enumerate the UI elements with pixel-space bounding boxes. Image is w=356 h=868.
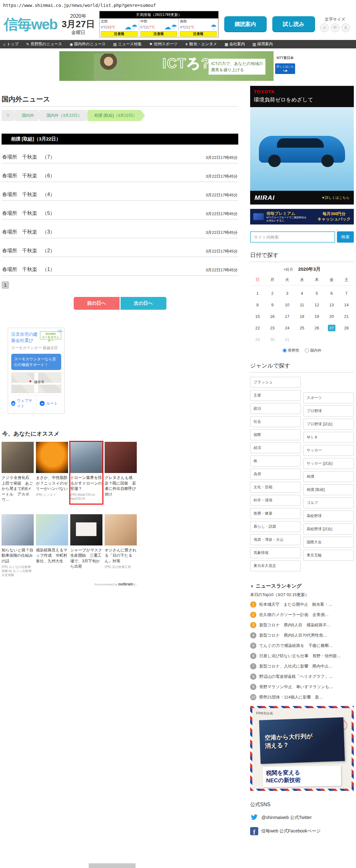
subscribe-button[interactable]: 購読案内 — [224, 16, 267, 32]
calendar-date[interactable]: 1 — [250, 287, 265, 299]
genre-button[interactable]: 為替 — [250, 469, 301, 479]
twitter-link[interactable]: @shinmaiweb 公式Twitter — [250, 813, 354, 822]
suumo-ad-title[interactable]: 注文住宅の建築会社選び — [11, 331, 40, 343]
genre-button[interactable]: 東日本大震災 — [250, 560, 301, 571]
search-input[interactable] — [250, 231, 335, 243]
calendar-date[interactable]: 18 — [295, 311, 309, 322]
recommend-card-title[interactable]: オジさんに愛される「目の下たるん」対策 — [105, 548, 137, 564]
calendar-date[interactable]: 20 — [324, 311, 339, 322]
ranking-item[interactable]: 4 新型コロナ 県内5人目70代男性危… — [250, 632, 354, 639]
calendar-area-radio[interactable]: 国内外 — [305, 348, 321, 353]
calendar-date[interactable]: 27 — [324, 322, 339, 334]
recommend-card[interactable]: 感染経路見えるマップ作成 市町村単位、九州大生 — [36, 514, 68, 577]
article-title[interactable]: 春場所 千秋楽 （5） — [2, 210, 55, 217]
calendar-date[interactable]: 25 — [295, 322, 309, 334]
calendar-date[interactable]: 19 — [309, 311, 324, 322]
nav-item[interactable]: ⚑ 信州スポーツ — [149, 41, 178, 47]
recommend-card[interactable]: まさか、中性脂肪が？ニッスイのゼリーがハンパない (PR) ニッスイ — [36, 442, 68, 504]
ranking-item-title[interactable]: 野辺山の電波望遠鏡「ヘリオグラフ」… — [259, 674, 333, 679]
calendar-date[interactable]: 8 — [250, 299, 265, 311]
genre-button[interactable]: プロ野球 [試合] — [303, 419, 354, 430]
calendar-date[interactable]: 24 — [280, 322, 295, 334]
recommend-card[interactable]: オジさんに愛される「目の下たるん」対策 (PR) 北の快適工房 — [105, 514, 137, 577]
article-row[interactable]: 春場所 千秋楽 （5） 3月22日17時45分 — [2, 201, 238, 219]
article-row[interactable]: 春場所 千秋楽 （4） 3月22日17時45分 — [2, 182, 238, 201]
font-size-option[interactable]: 中 — [331, 23, 339, 32]
suumo-map[interactable]: ● 越谷市 — [11, 372, 61, 393]
suumo-route-link[interactable]: ➦ ルート — [36, 395, 61, 411]
recommend-card[interactable]: クジラ全身化石、上田で発掘 あごから尾まで約8メートル アカボウ… — [2, 442, 34, 504]
url-bar[interactable]: https://www.shinmai.co.jp/news/world/lis… — [0, 0, 356, 9]
recommend-card-title[interactable]: クジラ全身化石、上田で発掘 あごから尾まで約8メートル アカボウ… — [2, 475, 34, 503]
calendar-date[interactable]: 22 — [250, 322, 265, 334]
recommend-card[interactable]: シャープがマスク生産開始 三重工場で、3月下旬から出荷 — [70, 514, 102, 577]
article-row[interactable]: 春場所 千秋楽 （3） 3月22日17時45分 — [2, 219, 238, 238]
article-row[interactable]: 春場所 千秋楽 （6） 3月22日17時45分 — [2, 163, 238, 182]
calendar-prev-month[interactable]: <前月 — [284, 267, 293, 272]
nav-item[interactable]: ▥ 採用案内 — [253, 41, 273, 47]
genre-button[interactable]: 社会 — [250, 416, 301, 427]
recommend-card-title[interactable]: 知らないと損？自動車保険の仕組みの話 — [2, 548, 34, 564]
facebook-label[interactable]: 信毎web 公式Facebookページ — [261, 828, 321, 834]
genre-button[interactable]: 暮らし・話題 — [250, 521, 301, 532]
article-row[interactable]: 春場所 千秋楽 （2） 3月22日17時45分 — [2, 238, 238, 257]
search-button[interactable]: 検索 — [337, 231, 354, 243]
genre-button[interactable]: 高校野球 — [303, 510, 354, 521]
adchoices-icon[interactable]: ⓘ▷ — [57, 329, 63, 333]
calendar-date[interactable]: 26 — [309, 322, 324, 334]
menu-button[interactable]: ∧メニュー — [89, 863, 136, 868]
font-size-option[interactable]: 大 — [341, 23, 350, 32]
calendar-date[interactable]: 30 — [265, 334, 279, 345]
calendar-date[interactable]: 29 — [250, 334, 265, 345]
article-row[interactable]: 春場所 千秋楽 （1） 3月22日17時45分 — [2, 257, 238, 276]
ranking-item[interactable]: 3 新型コロナ 県内5人目 感染経路不… — [250, 622, 354, 628]
calendar-date[interactable]: 14 — [339, 299, 354, 311]
genre-button[interactable]: フラッシュ — [250, 377, 301, 388]
calendar-date[interactable]: 6 — [324, 287, 339, 299]
calendar-date[interactable]: 23 — [265, 322, 279, 334]
calendar-date[interactable]: 7 — [339, 287, 354, 299]
calendar-date[interactable]: 11 — [295, 299, 309, 311]
genre-button[interactable]: 株 — [250, 456, 301, 466]
next-day-button[interactable]: 次の日へ — [121, 297, 167, 310]
facebook-link[interactable]: f 信毎web 公式Facebookページ — [250, 827, 354, 835]
ranking-item[interactable]: 1 松本城天守 また公開中止 観光客・… — [250, 601, 354, 608]
genre-button[interactable]: 地震・津波・火山 — [250, 534, 301, 545]
ranking-item[interactable]: 2 佐久穂のメガソーラー計画 企業側… — [250, 612, 354, 618]
article-title[interactable]: 春場所 千秋楽 （3） — [2, 229, 55, 236]
genre-button[interactable]: サッカー [試合] — [303, 458, 354, 469]
genre-button[interactable]: 文化・芸能 — [250, 482, 301, 493]
ranking-item-title[interactable]: 長野マラソン中止 車いすマラソンも… — [259, 684, 333, 690]
nav-item[interactable]: ▤ ニュース特集 — [113, 41, 142, 47]
ranking-item[interactable]: 9 長野マラソン中止 車いすマラソンも… — [250, 684, 354, 690]
ranking-item-title[interactable]: てんぐの力で感染経路を 千曲に横断… — [259, 643, 333, 649]
trial-read-button[interactable]: 試し読み — [272, 16, 315, 32]
calendar-date[interactable]: 17 — [280, 311, 295, 322]
recommend-card-title[interactable]: シャープがマスク生産開始 三重工場で、3月下旬から出荷 — [70, 548, 102, 569]
calendar-date[interactable]: 3 — [280, 287, 295, 299]
calendar-date[interactable]: 10 — [280, 299, 295, 311]
site-logo[interactable]: 信毎web — [4, 17, 57, 32]
calendar-date[interactable]: 31 — [280, 334, 295, 345]
ntt-banner-ad[interactable]: ICTろ? ICTの力で、あなたの地域の 農業を盛り上げる NTT東日本 詳しく… — [59, 51, 297, 81]
calendar-date[interactable]: 9 — [265, 299, 279, 311]
article-title[interactable]: 春場所 千秋楽 （7） — [2, 154, 55, 160]
nav-item[interactable]: ◉ 国内外のニュース — [70, 41, 106, 47]
article-title[interactable]: 春場所 千秋楽 （1） — [2, 266, 55, 273]
ranking-item-title[interactable]: 佐久穂のメガソーラー計画 企業側… — [259, 612, 329, 618]
ranking-item-title[interactable]: 新型コロナ、入社式に影響 県内中止… — [259, 663, 333, 669]
nav-item[interactable]: ✎ 長野県のニュース — [26, 41, 62, 47]
nav-item[interactable]: ⌂ トップ — [3, 41, 19, 47]
calendar-date[interactable]: 5 — [309, 287, 324, 299]
ranking-item-title[interactable]: 日差し浴び切ない立ち仕事 長野・信州新… — [259, 653, 341, 659]
genre-button[interactable]: 政治 — [250, 403, 301, 414]
calendar-date[interactable] — [309, 334, 324, 345]
recommend-card-title[interactable]: ドローン業界を揺るがすドローンの登場？ — [70, 475, 102, 492]
toyota-ad[interactable]: TOYOTA 環境負荷ゼロをめざして MIRAI ▼詳しくはこちら — [250, 86, 354, 205]
ranking-item[interactable]: 7 新型コロナ、入社式に影響 県内中止… — [250, 663, 354, 670]
calendar-date[interactable]: 21 — [339, 311, 354, 322]
recommend-card[interactable]: グレタさんも感染？既に回復 若者に外出自粛呼び掛け — [105, 442, 137, 504]
recommend-card-title[interactable]: グレタさんも感染？既に回復 若者に外出自粛呼び掛け — [105, 475, 137, 497]
calendar-date[interactable] — [339, 334, 354, 345]
genre-button[interactable]: 経済 — [250, 442, 301, 453]
